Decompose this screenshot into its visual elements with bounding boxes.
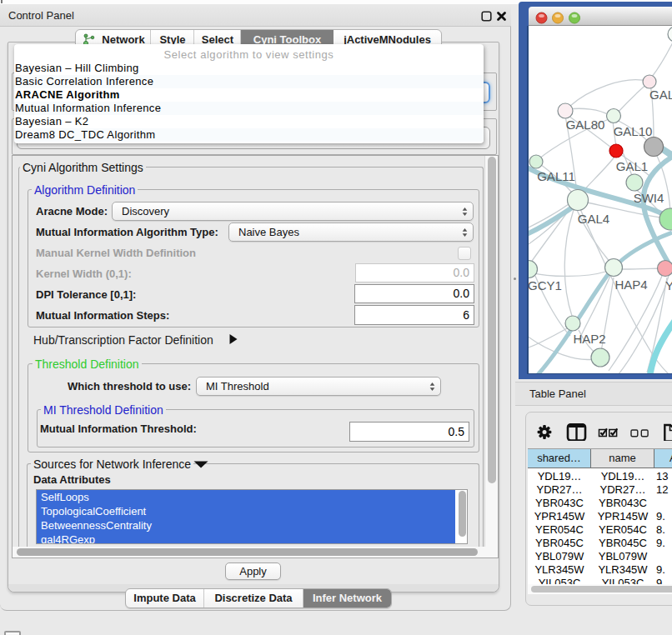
svg-text:GAL4: GAL4 bbox=[578, 212, 609, 226]
svg-text:HAP2: HAP2 bbox=[573, 332, 605, 346]
svg-text:GAL11: GAL11 bbox=[537, 169, 575, 183]
svg-text:GAL1: GAL1 bbox=[616, 159, 648, 173]
svg-text:HAP4: HAP4 bbox=[614, 278, 647, 292]
svg-text:GCY1: GCY1 bbox=[529, 278, 562, 292]
svg-text:GAL80: GAL80 bbox=[566, 118, 605, 132]
svg-text:GAL10: GAL10 bbox=[614, 124, 653, 138]
svg-text:SWI4: SWI4 bbox=[634, 191, 664, 205]
svg-text:GAL7: GAL7 bbox=[649, 88, 672, 102]
svg-text:Y: Y bbox=[665, 278, 672, 292]
